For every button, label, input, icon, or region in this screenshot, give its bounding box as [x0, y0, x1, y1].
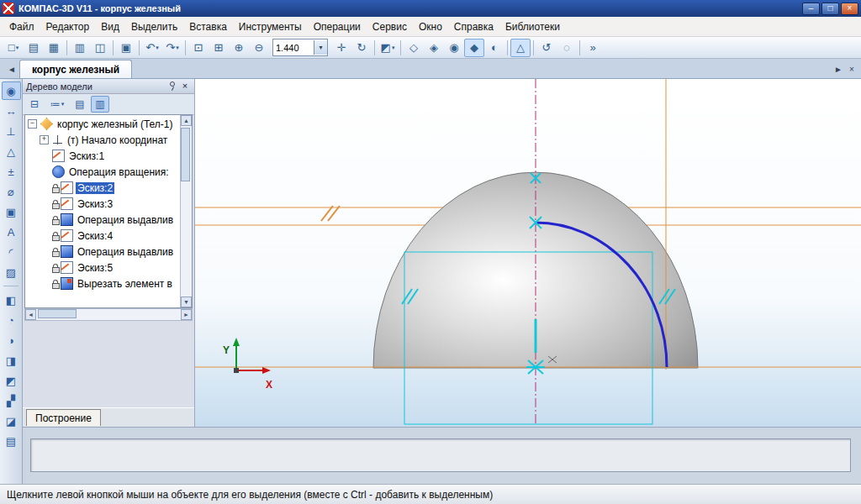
toolbar-button-icon: »	[589, 42, 595, 53]
menu-item[interactable]: Операции	[308, 18, 367, 35]
menu-item[interactable]: Вставка	[183, 18, 233, 35]
auxiliary-geometry-button[interactable]: ◪	[2, 412, 21, 430]
document-tab[interactable]: корпус железный	[19, 60, 132, 78]
toolbar-button-icon: ⊞	[214, 42, 224, 53]
tree-item[interactable]: Операция выдавлив	[25, 212, 180, 228]
menu-item[interactable]: Окно	[413, 18, 448, 35]
menu-item[interactable]: Файл	[3, 18, 40, 35]
tree-item[interactable]: Эскиз:4	[25, 228, 180, 244]
hidden-lines-thin-button[interactable]: ◉▾	[444, 39, 464, 57]
scrollbar-thumb[interactable]	[38, 309, 77, 318]
menu-item[interactable]: Выделить	[125, 18, 183, 35]
wireframe-button[interactable]: ◇▾	[404, 39, 424, 57]
sheet-metal-button[interactable]: ▤	[2, 432, 21, 450]
menu-item[interactable]: Сервис	[367, 18, 413, 35]
pan-button[interactable]: ✛▾	[331, 39, 351, 57]
orientation-button[interactable]: ◩▾	[378, 39, 398, 57]
measure-tool-button[interactable]: ⌀	[2, 182, 21, 201]
tool-button-icon: △	[7, 145, 15, 158]
tab-scroll-left-button[interactable]: ◄	[3, 61, 18, 76]
zoom-frame-button[interactable]: ⊞▾	[209, 39, 229, 57]
rotate-button[interactable]: ↻▾	[351, 39, 372, 57]
tree-item[interactable]: Эскиз:1	[25, 148, 180, 164]
minimize-button[interactable]: –	[802, 3, 820, 15]
menu-item[interactable]: Инструменты	[233, 18, 308, 35]
tree-item[interactable]: Эскиз:2	[25, 180, 180, 196]
zoom-scale-combo[interactable]: 1.440 ▾	[272, 39, 328, 56]
tab-scroll-right-button[interactable]: ►	[832, 62, 845, 76]
menu-item[interactable]: Библиотеки	[499, 18, 566, 35]
tree-close-button[interactable]: ×	[179, 81, 191, 92]
zoom-area-button[interactable]: ⊡▾	[188, 39, 209, 57]
toolbar-button-icon: ◐	[491, 42, 498, 53]
redo-button[interactable]: ↷▾	[162, 39, 182, 57]
geometry-tool-button[interactable]: ◉	[2, 81, 21, 100]
array-operation-button[interactable]: ▞	[2, 391, 21, 410]
tree-structure-button[interactable]: ⊟▾	[25, 96, 44, 113]
tree-relations-button[interactable]: ≔▾	[45, 96, 69, 113]
zoom-in-button[interactable]: ⊕▾	[229, 39, 249, 57]
scroll-down-button[interactable]: ▼	[181, 297, 192, 307]
close-button[interactable]: ×	[841, 3, 858, 15]
perspective-button[interactable]: △▾	[510, 39, 531, 57]
tree-expander[interactable]	[40, 135, 49, 144]
menu-item[interactable]: Вид	[95, 18, 125, 35]
tree-node-icon	[61, 181, 73, 194]
print-preview-button[interactable]: ◫▾	[90, 39, 110, 57]
toolbar-overflow-button[interactable]: »▾	[583, 39, 603, 57]
extrude-operation-button[interactable]: ◧	[2, 291, 21, 309]
menu-item[interactable]: Редактор	[40, 18, 96, 35]
scroll-left-button[interactable]: ◄	[25, 309, 36, 320]
pin-icon[interactable]	[167, 81, 177, 91]
hatch-tool-button[interactable]: ▨	[2, 263, 21, 281]
tree-item[interactable]: Операция выдавлив	[25, 244, 180, 260]
tree-item[interactable]: Операция вращения:	[25, 164, 180, 180]
tree-view-composition-button[interactable]: ▤▾	[71, 96, 89, 113]
kinematic-operation-button[interactable]: ◑	[2, 331, 21, 349]
shaded-button[interactable]: ◆▾	[464, 39, 484, 57]
print-button[interactable]: ▥▾	[70, 39, 90, 57]
variables-button[interactable]: ▣▾	[116, 39, 136, 57]
tree-item[interactable]: Эскиз:3	[25, 196, 180, 212]
viewport-3d-scene[interactable]: X Y	[195, 79, 861, 427]
toolbar-separator: ▾	[182, 39, 188, 57]
menu-item[interactable]: Справка	[448, 18, 499, 35]
refresh-image-button[interactable]: ↺▾	[536, 39, 557, 57]
viewport[interactable]: X Y	[195, 79, 861, 427]
dimensions-tool-button[interactable]: ↔	[2, 102, 21, 120]
maximize-button[interactable]: □	[821, 3, 839, 15]
hidden-lines-removed-button[interactable]: ◈▾	[424, 39, 444, 57]
revolve-operation-button[interactable]: ◔	[2, 311, 21, 329]
tree-item[interactable]: Эскиз:5	[25, 260, 180, 276]
editing-tool-button[interactable]: △	[2, 142, 21, 160]
open-button[interactable]: ▤▾	[24, 39, 44, 57]
surface-operation-button[interactable]: ◩	[2, 371, 21, 390]
scroll-up-button[interactable]: ▲	[181, 115, 192, 126]
chevron-down-icon[interactable]: ▾	[314, 40, 327, 55]
new-document-button[interactable]: □▾	[3, 39, 24, 57]
text-tool-button[interactable]: A	[2, 223, 21, 241]
tree-expander[interactable]	[28, 119, 37, 129]
spline-tool-button[interactable]: ◜	[2, 243, 21, 261]
tree-item[interactable]: Вырезать элемент в	[25, 276, 180, 291]
hide-ghosts-button[interactable]: ◌▾	[557, 39, 577, 57]
tab-construction[interactable]: Построение	[26, 409, 101, 426]
scroll-right-button[interactable]: ►	[181, 309, 192, 320]
shaded-edges-button[interactable]: ◐▾	[484, 39, 504, 57]
tree-horizontal-scrollbar[interactable]: ◄ ►	[24, 308, 193, 321]
undo-button[interactable]: ↶▾	[142, 39, 162, 57]
loft-operation-button[interactable]: ◨	[2, 351, 21, 370]
scrollbar-thumb[interactable]	[181, 128, 190, 181]
tree-item[interactable]: (т) Начало координат	[25, 132, 180, 148]
property-bar-content[interactable]	[30, 438, 851, 472]
parameterization-tool-button[interactable]: ±	[2, 162, 21, 181]
designations-tool-button[interactable]: ⊥	[2, 122, 21, 140]
tree-vertical-scrollbar[interactable]: ▲ ▼	[180, 115, 192, 307]
zoom-out-button[interactable]: ⊖▾	[249, 39, 269, 57]
selection-tool-button[interactable]: ▣	[2, 202, 21, 221]
save-button[interactable]: ▦▾	[44, 39, 64, 57]
tree-item[interactable]: корпус железный (Тел-1)	[25, 116, 180, 132]
tree-view-sequence-button[interactable]: ▥▾	[91, 96, 109, 113]
close-document-button[interactable]: ×	[845, 62, 858, 76]
toolbar-button-icon: ▤	[29, 42, 39, 53]
